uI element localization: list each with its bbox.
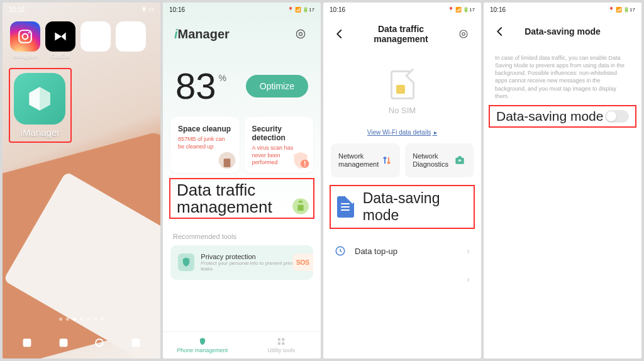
system-nav [3,327,160,358]
svg-point-7 [296,30,304,38]
data-traffic-button[interactable]: Data traffic management [177,182,307,216]
svg-point-18 [460,30,467,38]
imanager-header: iManager [163,16,321,49]
wifi-details-link[interactable]: View Wi-Fi data details ▸ [323,121,481,143]
status-icons: 📍 📶 🔋17 [287,7,314,13]
document-icon [337,196,354,218]
toggle-label: Data-saving mode [496,109,603,124]
help-text: In case of limited data traffic, you can… [484,47,641,105]
sos-badge[interactable]: SOS [292,254,313,271]
list-item-more[interactable]: › [323,265,481,293]
nosim-label: No SIM [389,106,416,115]
svg-point-2 [28,32,30,34]
network-management-tile[interactable]: Network management [331,143,400,177]
privacy-icon [178,253,194,271]
card-title: Security detection [252,125,306,142]
status-bar: 10:16 📍 📶 🔋17 [323,3,481,16]
tab-utility-tools[interactable]: Utility tools [242,332,321,358]
security-card[interactable]: Security detection A virus scan has neve… [245,117,314,173]
tab-phone-management[interactable]: Phone management [163,332,242,358]
svg-rect-14 [278,338,280,341]
status-bar: 10:16 📍 📶 🔋17 [484,3,641,16]
svg-point-1 [23,34,28,40]
space-cleanup-card[interactable]: Space cleanup 857MB of junk can be clean… [170,117,240,173]
clock: 10:16 [330,6,345,13]
data-saving-button[interactable]: Data-saving mode [363,190,467,224]
tiles: Network management Network Diagnostics [323,143,481,177]
nav-back[interactable] [18,333,36,352]
svg-text:!: ! [304,160,306,167]
app-row: Instagram CapCut [3,16,160,64]
instagram-icon [10,21,40,52]
back-button[interactable] [492,24,508,39]
svg-rect-20 [455,158,464,164]
status-icons: 17 [141,6,154,13]
svg-rect-17 [282,342,284,345]
privacy-protection-card[interactable]: Privacy protection Protect your personal… [170,245,313,280]
shield-warning-icon: ! [291,150,311,170]
card-subtitle: 857MB of junk can be cleaned up [178,136,232,150]
clock: 10:16 [490,6,506,13]
recommended-title: Recommended tools [163,224,321,245]
phone-management-icon [197,337,208,346]
back-button[interactable] [332,26,347,42]
page-indicator [3,318,160,321]
chevron-right-icon: › [467,274,470,284]
status-icons: 📍 📶 🔋17 [608,7,635,13]
status-bar: 10:16 17 [3,3,160,16]
clock: 10:16 [169,6,185,13]
nav-home[interactable] [54,333,73,352]
capcut-label: CapCut [51,53,70,59]
app-blank-1[interactable] [80,21,111,59]
bottom-tabs: Phone management Utility tools [163,331,321,358]
settings-button[interactable] [455,25,472,43]
app-blank-2[interactable] [116,21,146,59]
optimize-button[interactable]: Optimize [246,75,308,97]
updown-icon [381,153,392,167]
sim-status: No SIM [323,52,481,121]
data-traffic-highlight: Data traffic management [169,178,314,219]
app-title: iManager [174,27,230,42]
imanager-label: iManager [14,127,67,138]
diagnostics-icon [453,153,466,167]
network-diagnostics-tile[interactable]: Network Diagnostics [405,143,474,177]
topup-icon [335,245,346,257]
status-bar: 10:16 📍 📶 🔋17 [163,3,321,16]
utility-tools-icon [276,337,286,346]
header: Data-saving mode [484,16,641,47]
data-saving-toggle[interactable] [605,110,629,123]
app-capcut[interactable]: CapCut [45,21,75,59]
imanager-icon [14,73,65,125]
app-instagram[interactable]: Instagram [10,21,40,59]
imanager-highlight: iManager [9,68,72,143]
data-saving-highlight: Data-saving mode [330,185,475,229]
health-score: 83 % [175,68,226,104]
nosim-icon [391,70,414,99]
nav-recents[interactable] [90,333,109,352]
android-icon [292,197,309,215]
blank-icon [80,21,111,52]
svg-rect-4 [59,339,67,347]
svg-point-19 [462,33,465,36]
svg-rect-21 [458,157,462,158]
svg-rect-10 [223,158,230,167]
rec-info: Privacy protection Protect your personal… [201,253,306,272]
feature-cards: Space cleanup 857MB of junk can be clean… [163,117,321,173]
settings-button[interactable] [292,25,309,43]
page-title: Data traffic management [353,24,448,44]
app-imanager[interactable]: iManager [14,73,67,138]
card-title: Space cleanup [178,125,232,133]
score-section: 83 % Optimize [163,49,321,117]
nav-extra[interactable] [126,333,145,352]
svg-rect-16 [278,342,280,345]
data-topup-item[interactable]: Data top-up › [323,236,481,265]
status-icons: 📍 📶 🔋17 [448,7,475,13]
data-traffic-screen: 10:16 📍 📶 🔋17 Data traffic management No… [323,3,481,358]
svg-point-5 [96,339,104,347]
svg-rect-6 [132,339,140,347]
page-title: Data-saving mode [514,26,611,36]
capcut-icon [45,21,75,52]
imanager-screen: 10:16 📍 📶 🔋17 iManager 83 % Optimize Spa… [163,3,321,358]
svg-rect-15 [282,338,284,341]
data-saving-toggle-highlight: Data-saving mode [489,105,636,128]
